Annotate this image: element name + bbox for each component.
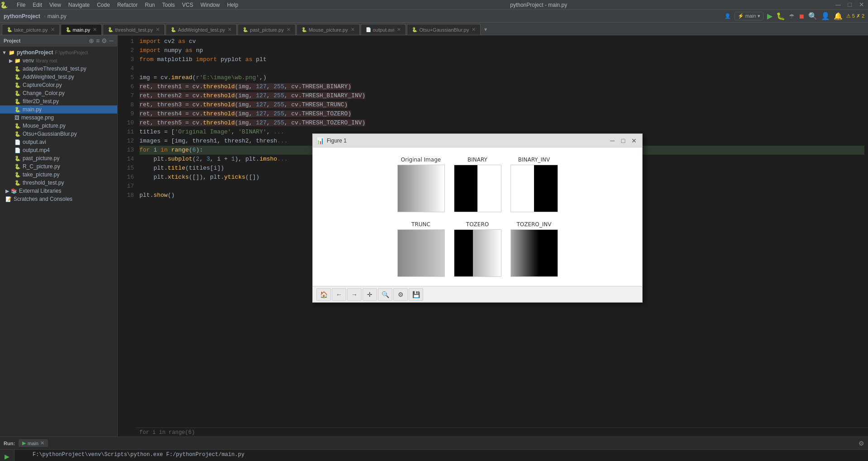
figure-close-btn[interactable]: ✕	[630, 136, 639, 145]
menu-help[interactable]: Help	[224, 0, 242, 10]
fig-pan-btn[interactable]: ✛	[362, 288, 377, 301]
sidebar-item-rc[interactable]: 🐍 R_C_picture.py	[0, 162, 117, 171]
profile-icon[interactable]: 👤	[821, 12, 830, 20]
run-session[interactable]: ▶ main ✕	[19, 439, 48, 447]
branch-selector[interactable]: ⚡ main ▾	[734, 12, 763, 20]
tab-close-past[interactable]: ✕	[286, 27, 291, 33]
menu-navigate[interactable]: Navigate	[65, 0, 93, 10]
notifications-icon[interactable]: 🔔	[834, 12, 843, 20]
sidebar-item-take-picture[interactable]: 🐍 take_picture.py	[0, 171, 117, 179]
plot-trunc: TRUNC	[397, 221, 445, 277]
tab-past-picture[interactable]: 🐍 past_picture.py ✕	[238, 24, 296, 35]
tab-bar: 🐍 take_picture.py ✕ 🐍 main.py ✕ 🐍 thresh…	[0, 23, 868, 35]
menu-refactor[interactable]: Refactor	[114, 0, 141, 10]
debug-btn[interactable]: 🐛	[776, 12, 785, 20]
menu-window[interactable]: Window	[197, 0, 224, 10]
tab-close-main[interactable]: ✕	[93, 27, 97, 33]
plot-binary-label: BINARY	[467, 157, 487, 163]
menu-vcs[interactable]: VCS	[178, 0, 197, 10]
tab-close-addweighted[interactable]: ✕	[228, 27, 232, 33]
sidebar-item-changecolor[interactable]: 🐍 Change_Color.py	[0, 89, 117, 97]
figure-minimize-btn[interactable]: ─	[608, 136, 617, 145]
sidebar-settings-btn[interactable]: ⚙	[101, 37, 107, 44]
rerun-btn[interactable]: ▶	[2, 451, 13, 461]
scratches-label: Scratches and Consoles	[14, 196, 72, 202]
tab-close-otsu[interactable]: ✕	[472, 27, 476, 33]
fig-subplots-btn[interactable]: ⚙	[393, 288, 408, 301]
menu-run[interactable]: Run	[141, 0, 158, 10]
sidebar-item-output-mp4[interactable]: 📄 output.mp4	[0, 146, 117, 154]
search-everywhere-btn[interactable]: 🔍	[808, 12, 817, 20]
fig-forward-btn[interactable]: →	[347, 288, 362, 301]
tab-main-py[interactable]: 🐍 main.py ✕	[61, 24, 102, 35]
sidebar-item-scratches[interactable]: 📝 Scratches and Consoles	[0, 195, 117, 203]
project-root-label: pythonProject	[17, 49, 53, 56]
figure-window: 📊 Figure 1 ─ □ ✕ Original Image BINARY B…	[312, 133, 643, 303]
folder-closed-icon-2: ▶	[5, 188, 9, 194]
tab-mouse-picture[interactable]: 🐍 Mouse_picture.py ✕	[296, 24, 360, 35]
stop-btn[interactable]: ⏹	[798, 13, 805, 20]
menu-file[interactable]: File	[13, 0, 29, 10]
plot-binary-inv-label: BINARY_INV	[518, 157, 550, 163]
minimize-btn[interactable]: ─	[835, 1, 840, 9]
sidebar-item-mouse[interactable]: 🐍 Mouse_picture.py	[0, 122, 117, 130]
py-file-icon-3: 🐍	[14, 82, 21, 88]
project-root[interactable]: ▼ 📁 pythonProject F:\pythonProject	[0, 48, 117, 57]
plot-original-label: Original Image	[401, 157, 441, 163]
tab-close-threshold[interactable]: ✕	[156, 27, 160, 33]
run-btn[interactable]: ▶	[767, 12, 773, 20]
tab-overflow-btn[interactable]: ▾	[482, 24, 490, 35]
tab-output-avi[interactable]: 📄 output.avi ✕	[361, 24, 406, 35]
menu-tools[interactable]: Tools	[158, 0, 178, 10]
sidebar-collapse-btn[interactable]: ≡	[96, 37, 100, 44]
sidebar-item-otsu[interactable]: 🐍 Otsu+GaussianBlur.py	[0, 130, 117, 138]
app-title: pythonProject - main.py	[242, 2, 835, 8]
sidebar-locate-btn[interactable]: ⊕	[89, 37, 94, 44]
sidebar-item-output-avi[interactable]: 📄 output.avi	[0, 138, 117, 146]
git-user-icon[interactable]: 👤	[725, 13, 731, 19]
menu-edit[interactable]: Edit	[29, 0, 46, 10]
sidebar-item-threshold[interactable]: 🐍 threshold_test.py	[0, 179, 117, 187]
tab-take-picture[interactable]: 🐍 take_picture.py ✕	[2, 24, 60, 35]
tab-threshold-test[interactable]: 🐍 threshold_test.py ✕	[103, 24, 165, 35]
fig-zoom-btn[interactable]: 🔍	[378, 288, 392, 301]
plot-tozero-label: TOZERO	[466, 221, 489, 228]
sidebar-title: Project	[4, 38, 89, 43]
menu-code[interactable]: Code	[93, 0, 114, 10]
plot-tozero: TOZERO	[454, 221, 501, 277]
run-active-icon: ▶	[22, 440, 26, 446]
py-icon-mouse: 🐍	[301, 27, 307, 32]
sidebar-item-adaptive[interactable]: 🐍 adaptiveThreshold_test.py	[0, 65, 117, 73]
plot-row-1: Original Image BINARY BINARY_INV	[397, 157, 558, 212]
figure-maximize-btn[interactable]: □	[619, 136, 628, 145]
sidebar-item-addweighted[interactable]: 🐍 AddWeighted_test.py	[0, 73, 117, 81]
tab-close-avi[interactable]: ✕	[397, 27, 401, 33]
tab-close-mouse[interactable]: ✕	[351, 27, 355, 33]
addweighted-label: AddWeighted_test.py	[23, 74, 74, 80]
tab-close-take-picture[interactable]: ✕	[51, 27, 55, 33]
sidebar-item-external-libs[interactable]: ▶ 📚 External Libraries	[0, 187, 117, 195]
fig-home-btn[interactable]: 🏠	[316, 288, 331, 301]
maximize-btn[interactable]: □	[848, 1, 852, 9]
sidebar-item-message[interactable]: 🖼 message.png	[0, 114, 117, 122]
coverage-btn[interactable]: ☂	[789, 13, 795, 20]
sidebar-item-filter2d[interactable]: 🐍 filter2D_test.py	[0, 97, 117, 105]
sidebar-item-venv[interactable]: ▶ 📁 venv library root	[0, 57, 117, 65]
outputmp4-label: output.mp4	[23, 147, 50, 153]
run-settings-btn[interactable]: ⚙	[858, 440, 864, 447]
run-close-icon[interactable]: ✕	[40, 440, 44, 446]
tab-otsu[interactable]: 🐍 Otsu+GaussianBlur.py ✕	[407, 24, 481, 35]
sidebar-item-capturecolor[interactable]: 🐍 CaptureColor.py	[0, 81, 117, 89]
plot-original-image	[397, 165, 445, 212]
sidebar-item-past[interactable]: 🐍 past_picture.py	[0, 154, 117, 162]
sidebar-item-main[interactable]: 🐍 main.py	[0, 105, 117, 114]
outputavi-label: output.avi	[23, 139, 46, 145]
tab-addweighted[interactable]: 🐍 AddWeighted_test.py ✕	[166, 24, 237, 35]
fig-save-btn[interactable]: 💾	[409, 288, 423, 301]
fig-back-btn[interactable]: ←	[332, 288, 346, 301]
menu-view[interactable]: View	[46, 0, 65, 10]
external-libs-label: External Libraries	[19, 188, 61, 194]
sidebar-gear-btn[interactable]: ─	[109, 37, 114, 44]
capturecolor-label: CaptureColor.py	[23, 82, 62, 88]
close-btn[interactable]: ✕	[859, 1, 864, 9]
